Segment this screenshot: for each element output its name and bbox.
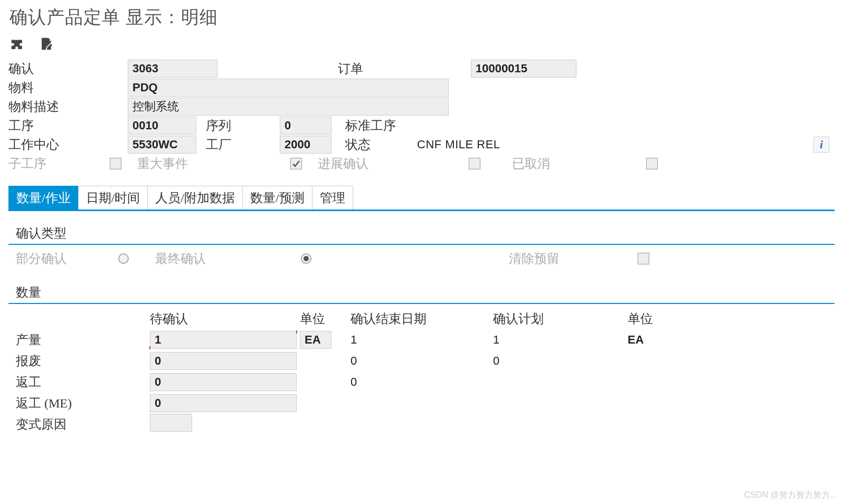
col-unit: 单位	[300, 310, 351, 327]
sequence-value[interactable]: 0	[280, 117, 331, 135]
progress-label: 进展确认	[318, 155, 469, 172]
status-value: CNF MILE REL	[417, 138, 500, 151]
info-icon[interactable]: i	[813, 137, 829, 153]
rework-end-value: 0	[351, 375, 493, 389]
confirm-label: 确认	[8, 60, 128, 77]
confirm-value[interactable]: 3063	[128, 60, 217, 78]
workcenter-value[interactable]: 5530WC	[128, 136, 196, 154]
row-rework-me: 返工 (ME) 0	[16, 393, 831, 414]
yield-unit-field[interactable]: EA	[300, 331, 331, 349]
rework-label: 返工	[16, 374, 150, 391]
quantity-group: 数量 待确认 单位 确认结束日期 确认计划 单位 产量 1 EA 1 1 EA …	[8, 280, 835, 437]
watermark: CSDN @努力努力努力...	[744, 490, 837, 501]
matdesc-value[interactable]: 控制系统	[128, 98, 449, 116]
scrap-end-value: 0	[351, 354, 493, 368]
order-label: 订单	[338, 60, 471, 77]
clear-reserve-label: 清除预留	[509, 250, 638, 267]
yield-label: 产量	[16, 331, 150, 348]
suboperation-label: 子工序	[8, 155, 110, 172]
col-unit2: 单位	[628, 310, 675, 327]
final-confirm-label: 最终确认	[155, 250, 301, 267]
matdesc-label: 物料描述	[8, 98, 128, 115]
scrap-plan-value: 0	[493, 354, 628, 368]
confirm-type-group: 确认类型 部分确认 最终确认 清除预留	[8, 221, 835, 270]
suboperation-checkbox[interactable]	[110, 158, 121, 169]
header-form: 确认 3063 订单 10000015 物料 PDQ 物料描述 控制系统 工序 …	[0, 56, 843, 176]
progress-checkbox[interactable]	[469, 158, 480, 169]
tab-date-time[interactable]: 日期/时间	[78, 186, 148, 210]
confirm-type-title: 确认类型	[8, 221, 835, 245]
page-title: 确认产品定单 显示：明细	[0, 0, 843, 34]
status-label: 状态	[345, 136, 417, 153]
workcenter-label: 工作中心	[8, 136, 128, 153]
puzzle-icon[interactable]	[10, 36, 25, 52]
partial-confirm-label: 部分确认	[16, 250, 118, 267]
row-yield: 产量 1 EA 1 1 EA	[16, 329, 831, 350]
stdoper-label: 标准工序	[345, 117, 396, 134]
yield-unit2-value: EA	[628, 333, 675, 347]
check-icon	[292, 159, 300, 168]
order-value[interactable]: 10000015	[471, 60, 576, 78]
milestone-checkbox[interactable]	[290, 158, 302, 169]
edit-document-icon[interactable]	[39, 36, 55, 52]
tab-qty-activities[interactable]: 数量/作业	[8, 186, 79, 210]
yield-end-value: 1	[351, 333, 493, 347]
tabstrip: 数量/作业 日期/时间 人员/附加数据 数量/预测 管理	[8, 186, 835, 211]
final-confirm-radio[interactable]	[301, 253, 311, 264]
material-value[interactable]: PDQ	[128, 79, 449, 97]
col-enddate: 确认结束日期	[351, 310, 493, 327]
clear-reserve-checkbox[interactable]	[638, 253, 649, 264]
partial-confirm-radio[interactable]	[118, 253, 129, 264]
material-label: 物料	[8, 79, 128, 96]
yield-plan-value: 1	[493, 333, 628, 347]
cancelled-checkbox[interactable]	[646, 158, 658, 169]
scrap-label: 报废	[16, 353, 150, 369]
plant-label: 工厂	[206, 136, 280, 153]
quantity-title: 数量	[8, 280, 835, 304]
toolbar	[0, 34, 843, 56]
plant-value[interactable]: 2000	[280, 136, 331, 154]
yield-pending-field[interactable]: 1	[150, 331, 297, 349]
col-pending: 待确认	[150, 310, 300, 327]
operation-label: 工序	[8, 117, 128, 134]
operation-value[interactable]: 0010	[128, 117, 196, 135]
variance-field[interactable]	[150, 414, 192, 432]
rework-me-label: 返工 (ME)	[16, 395, 150, 412]
rework-me-pending-field[interactable]: 0	[150, 394, 297, 412]
tab-qty-forecast[interactable]: 数量/预测	[242, 186, 312, 210]
variance-label: 变式原因	[16, 416, 150, 433]
col-plan: 确认计划	[493, 310, 628, 327]
rework-pending-field[interactable]: 0	[150, 373, 297, 391]
sequence-label: 序列	[206, 117, 280, 134]
scrap-pending-field[interactable]: 0	[150, 352, 297, 370]
tab-admin[interactable]: 管理	[312, 186, 353, 210]
row-rework: 返工 0 0	[16, 372, 831, 393]
milestone-label: 重大事件	[137, 155, 290, 172]
row-variance: 变式原因	[16, 414, 831, 435]
row-scrap: 报废 0 0 0	[16, 350, 831, 372]
tab-personnel[interactable]: 人员/附加数据	[147, 186, 243, 210]
cancelled-label: 已取消	[512, 155, 646, 172]
